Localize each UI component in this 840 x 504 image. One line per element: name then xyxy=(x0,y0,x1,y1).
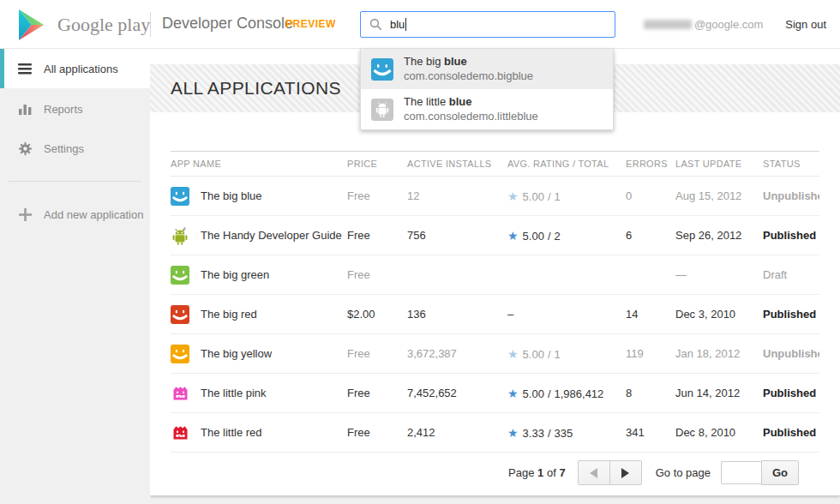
total-pages: 7 xyxy=(559,466,565,479)
bar-chart-icon xyxy=(17,103,33,115)
sidebar: All applications Reports xyxy=(0,49,150,504)
app-name: The big red xyxy=(201,308,257,321)
star-icon: ★ xyxy=(507,189,519,203)
sidebar-item-settings[interactable]: Settings xyxy=(0,129,150,167)
app-errors: 6 xyxy=(626,229,675,242)
brand-wordmark: Google play xyxy=(57,14,150,36)
go-button[interactable]: Go xyxy=(761,460,799,485)
suggestion-title: The little xyxy=(404,95,449,108)
table-row[interactable]: The little pink Free 7,452,652 ★5.00/1,9… xyxy=(171,374,819,413)
account-email: @google.com xyxy=(644,18,763,31)
table-header-row: APP NAME PRICE ACTIVE INSTALLS AVG. RATI… xyxy=(171,151,819,177)
table-row[interactable]: The little red Free 2,412 ★3.33/335 341 … xyxy=(171,413,819,453)
go-to-page-input[interactable] xyxy=(721,461,762,484)
go-to-page-label: Go to page xyxy=(656,466,711,479)
table-row[interactable]: The big blue Free 12 ★5.00/1 0 Aug 15, 2… xyxy=(171,177,819,216)
app-last-update: Aug 15, 2012 xyxy=(675,189,763,202)
app-rating: ★5.00/1 xyxy=(507,347,626,361)
android-gray-app-icon xyxy=(371,99,393,121)
search-icon xyxy=(369,18,382,31)
app-errors: 119 xyxy=(626,347,675,360)
app-errors: 14 xyxy=(626,308,675,321)
app-errors: 8 xyxy=(626,387,675,399)
suggestion-little-blue[interactable]: The little blue com.consoledemo.littlebl… xyxy=(361,89,613,129)
product-title: Developer Console xyxy=(162,15,293,33)
green-smiley-app-icon xyxy=(171,266,189,285)
column-app-name: APP NAME xyxy=(171,159,347,169)
star-icon: ★ xyxy=(507,229,519,243)
suggestion-package: com.consoledemo.bigblue xyxy=(404,69,533,83)
app-rating: ★3.33/335 xyxy=(507,426,626,440)
app-price: Free xyxy=(347,229,407,242)
previous-page-button[interactable] xyxy=(578,460,610,485)
app-installs: 3,672,387 xyxy=(407,347,507,360)
table-row[interactable]: The big yellow Free 3,672,387 ★5.00/1 11… xyxy=(171,334,819,374)
android-pencil-app-icon xyxy=(171,226,189,245)
app-last-update: Dec 8, 2010 xyxy=(675,426,763,439)
app-rating: ★5.00/1,986,412 xyxy=(507,387,626,400)
status-badge: Published xyxy=(763,229,819,242)
next-page-button[interactable] xyxy=(609,460,642,485)
current-page: 1 xyxy=(537,466,543,479)
sidebar-item-label: Reports xyxy=(44,103,83,116)
prev-arrow-icon xyxy=(590,468,597,478)
search-value: blu xyxy=(390,18,405,31)
app-name: The little pink xyxy=(201,387,267,399)
app-errors: 0 xyxy=(626,189,675,202)
suggestion-title: The big xyxy=(404,55,444,68)
app-name: The big yellow xyxy=(201,347,272,360)
yellow-smiley-app-icon xyxy=(171,345,189,363)
app-last-update: Jun 14, 2012 xyxy=(675,387,763,399)
account-email-redacted xyxy=(644,20,692,29)
search-input[interactable]: blu xyxy=(360,11,615,38)
app-name: The Handy Developer Guide xyxy=(201,229,342,242)
app-price: Free xyxy=(347,426,407,439)
app-installs: 7,452,652 xyxy=(407,387,507,399)
app-name: The little red xyxy=(201,426,262,439)
header-divider xyxy=(150,12,151,37)
app-price: Free xyxy=(347,268,407,281)
app-price: Free xyxy=(347,387,407,399)
suggestion-big-blue[interactable]: The big blue com.consoledemo.bigblue xyxy=(361,49,613,89)
brand-logo[interactable]: Google play xyxy=(19,0,150,49)
table-row[interactable]: The Handy Developer Guide Free 756 ★5.00… xyxy=(171,216,819,255)
column-errors: ERRORS xyxy=(626,159,675,169)
status-badge: Unpublished xyxy=(763,189,819,202)
blue-smiley-app-icon xyxy=(371,58,393,81)
app-rating: ★5.00/1 xyxy=(507,189,626,203)
next-arrow-icon xyxy=(621,468,629,478)
sidebar-item-reports[interactable]: Reports xyxy=(0,90,150,128)
suggestion-match: blue xyxy=(449,95,472,108)
status-badge: Draft xyxy=(763,268,819,281)
table-row[interactable]: The big red $2.00 136 – 14 Dec 3, 2010 P… xyxy=(171,295,819,334)
account-area: @google.com Sign out xyxy=(644,0,826,49)
app-price: Free xyxy=(347,347,407,360)
pink-monster-app-icon xyxy=(171,384,189,403)
red-smiley-app-icon xyxy=(171,305,189,324)
star-icon: ★ xyxy=(507,347,519,361)
gear-icon xyxy=(17,141,33,156)
app-installs: 12 xyxy=(407,189,507,202)
app-installs: 2,412 xyxy=(407,426,507,439)
star-icon: ★ xyxy=(507,426,519,440)
star-icon: ★ xyxy=(507,387,519,400)
column-last-update: LAST UPDATE xyxy=(675,159,763,169)
pagination-bar: Page 1 of 7 Go to page Go xyxy=(191,453,799,493)
table-row[interactable]: The big green Free — Draft xyxy=(171,255,819,295)
blue-smiley-app-icon xyxy=(171,187,189,206)
suggestion-package: com.consoledemo.littleblue xyxy=(404,109,538,123)
preview-badge: PREVIEW xyxy=(285,18,336,30)
sidebar-item-all-applications[interactable]: All applications xyxy=(0,49,150,88)
app-installs: 756 xyxy=(407,229,507,242)
status-badge: Published xyxy=(763,308,819,321)
app-name: The big blue xyxy=(201,189,262,202)
app-rating: ★5.00/2 xyxy=(507,229,626,243)
suggestion-match: blue xyxy=(444,55,467,68)
app-rating: – xyxy=(507,308,626,321)
column-price: PRICE xyxy=(347,159,407,169)
sidebar-item-add-new-application[interactable]: Add new application xyxy=(0,195,150,233)
sidebar-item-label: Settings xyxy=(44,142,84,155)
text-caret xyxy=(405,18,406,31)
app-installs: 136 xyxy=(407,308,507,321)
sign-out-link[interactable]: Sign out xyxy=(785,18,826,31)
